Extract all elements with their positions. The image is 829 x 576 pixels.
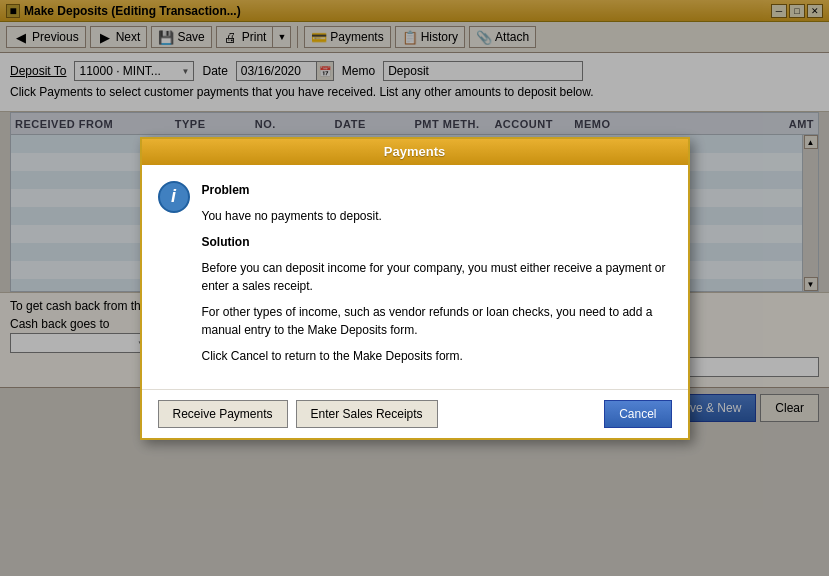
- modal-title-bar: Payments: [142, 139, 688, 165]
- solution-text-1: Before you can deposit income for your c…: [202, 259, 672, 295]
- modal-overlay: Payments i Problem You have no payments …: [0, 0, 829, 576]
- problem-heading: Problem: [202, 183, 250, 197]
- modal-icon-area: i: [158, 181, 190, 373]
- problem-text: You have no payments to deposit.: [202, 207, 672, 225]
- solution-text-2: For other types of income, such as vendo…: [202, 303, 672, 339]
- receive-payments-button[interactable]: Receive Payments: [158, 400, 288, 428]
- payments-modal: Payments i Problem You have no payments …: [140, 137, 690, 440]
- enter-sales-receipts-button[interactable]: Enter Sales Receipts: [296, 400, 438, 428]
- modal-cancel-button[interactable]: Cancel: [604, 400, 671, 428]
- modal-title: Payments: [384, 144, 445, 159]
- solution-text-3: Click Cancel to return to the Make Depos…: [202, 347, 672, 365]
- modal-content: Problem You have no payments to deposit.…: [202, 181, 672, 373]
- modal-footer: Receive Payments Enter Sales Receipts Ca…: [142, 389, 688, 438]
- info-icon: i: [158, 181, 190, 213]
- solution-heading: Solution: [202, 235, 250, 249]
- modal-body: i Problem You have no payments to deposi…: [142, 165, 688, 389]
